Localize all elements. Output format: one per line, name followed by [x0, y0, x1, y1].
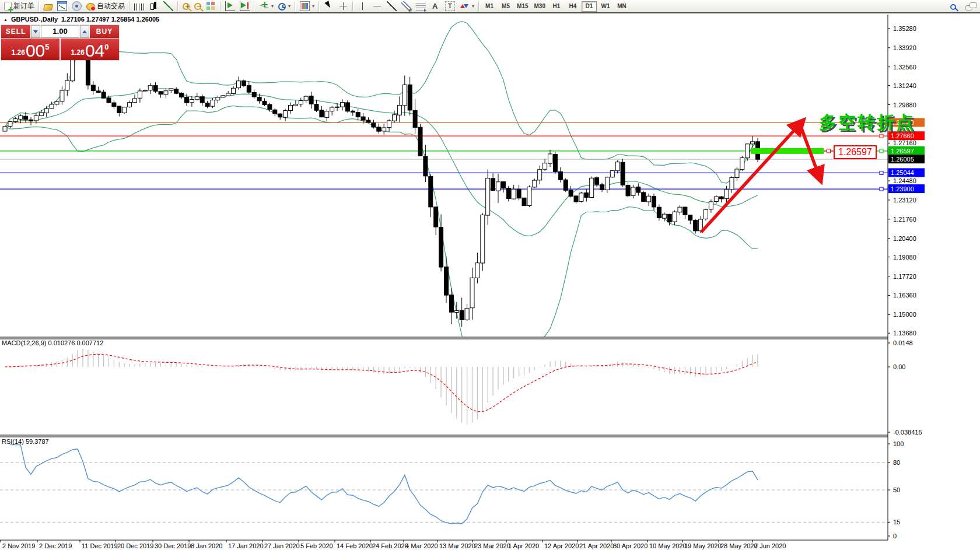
tool-indicators-list[interactable]: ▾	[257, 1, 275, 12]
date-axis-label: 23 Mar 2020	[474, 542, 510, 549]
tool-market-watch[interactable]	[42, 1, 54, 12]
candle	[564, 178, 568, 192]
timeframe-d1-button[interactable]: D1	[582, 1, 597, 12]
date-axis-label: 1 Apr 2020	[508, 542, 539, 549]
tool-periods-list[interactable]: ▾	[276, 1, 292, 12]
level-line-handle[interactable]	[880, 187, 883, 191]
candle	[8, 121, 12, 128]
tool-cursor-tool[interactable]	[322, 1, 335, 12]
one-click-trading-panel: SELL 1.00 BUY 1.26005 1.26040	[1, 25, 119, 60]
level-line-handle[interactable]	[880, 134, 883, 138]
search-button[interactable]	[949, 1, 958, 12]
tool-zoom-out[interactable]	[192, 1, 203, 12]
chart-shift-icon	[240, 1, 250, 11]
cursor-tool-icon	[324, 1, 334, 11]
tool-new-order[interactable]: 新订单	[2, 1, 36, 12]
date-axis-label: 30 Apr 2020	[613, 542, 648, 549]
price-axis-label: 1.32560	[893, 64, 916, 71]
timeframe-h1-button[interactable]: H1	[549, 1, 564, 12]
candle	[96, 87, 100, 93]
candle	[735, 167, 739, 181]
date-axis-label: 4 Mar 2020	[405, 542, 438, 549]
tool-trendline-tool[interactable]	[385, 1, 398, 12]
tool-zoom-in[interactable]	[181, 1, 191, 12]
candle	[133, 94, 137, 103]
rsi-indicator-label: RSI(14) 59.3787	[2, 438, 49, 445]
candle	[211, 98, 215, 108]
sell-price-prefix: 1.26	[12, 48, 25, 57]
tool-signals[interactable]	[70, 1, 83, 12]
turning-point-annotation[interactable]: 多空转折点	[819, 111, 915, 135]
candle	[590, 177, 594, 198]
candle	[216, 96, 220, 103]
date-axis-label: 14 Feb 2020	[337, 542, 373, 549]
tool-text-label-tool[interactable]	[443, 1, 457, 12]
sell-price-display[interactable]: 1.26005	[1, 38, 60, 60]
level-line-handle[interactable]	[880, 149, 883, 153]
tool-fibonacci-tool[interactable]	[414, 1, 428, 12]
candle	[356, 109, 360, 121]
chart-canvas: 1.352801.339201.325601.312401.298801.271…	[0, 0, 980, 550]
candle	[605, 177, 609, 193]
volume-decrease-button[interactable]	[31, 25, 40, 38]
tool-auto-scroll[interactable]	[223, 1, 237, 12]
tool-templates[interactable]: ▾	[298, 1, 316, 12]
candle	[164, 88, 168, 99]
volume-increase-button[interactable]	[80, 25, 89, 38]
candle	[221, 95, 225, 97]
candle	[304, 96, 308, 103]
tool-vertical-line-tool[interactable]	[356, 1, 369, 12]
candle	[501, 181, 505, 192]
main-toolbar: 新订单自动交易▾▾▾▾M1M5M15M30H1H4D1W1MN	[0, 0, 980, 13]
level-line-handle[interactable]	[880, 171, 883, 174]
tool-text-tool[interactable]	[429, 1, 442, 12]
candle	[289, 103, 293, 114]
tool-crosshair-tool[interactable]	[337, 1, 350, 12]
buy-price-big-digits: 04	[85, 43, 104, 58]
price-axis-label: 1.15000	[893, 311, 916, 318]
candle	[351, 110, 355, 116]
tool-new-chart[interactable]	[55, 1, 69, 12]
candle	[579, 192, 583, 202]
date-axis-label: 28 May 2020	[720, 542, 758, 549]
price-axis-label: 1.24480	[893, 177, 916, 184]
tool-candlestick-mode[interactable]	[147, 1, 160, 12]
candle	[553, 152, 557, 174]
price-level-tag[interactable]: 1.26597	[834, 145, 877, 159]
price-axis-label: 1.17720	[893, 273, 916, 280]
price-axis-label: 1.35280	[893, 25, 916, 32]
candle	[714, 195, 718, 204]
buy-price-display[interactable]: 1.26040	[61, 38, 119, 60]
buy-button[interactable]: BUY	[90, 25, 119, 38]
timeframe-w1-button[interactable]: W1	[598, 1, 613, 12]
trend-arrow-up[interactable]	[701, 124, 800, 232]
candle	[138, 88, 142, 103]
sell-button[interactable]: SELL	[1, 25, 30, 38]
date-axis-label: 21 Apr 2020	[579, 542, 614, 549]
tool-arrows-tool[interactable]: ▾	[458, 1, 476, 12]
timeframe-m30-button[interactable]: M30	[532, 1, 548, 12]
tool-bar-chart-mode[interactable]	[132, 1, 146, 12]
timeframe-h4-button[interactable]: H4	[565, 1, 580, 12]
triangle-up-icon	[82, 28, 87, 33]
candle	[382, 124, 386, 135]
volume-input[interactable]: 1.00	[41, 25, 79, 38]
thick-green-level-bar[interactable]	[751, 148, 824, 154]
window-marker-icon: ▲	[4, 17, 8, 22]
timeframe-m5-button[interactable]: M5	[498, 1, 513, 12]
timeframe-m15-button[interactable]: M15	[514, 1, 530, 12]
tool-equidistant-channel-tool[interactable]	[400, 1, 413, 12]
tool-auto-trading[interactable]: 自动交易	[85, 1, 127, 12]
tool-line-chart-mode[interactable]	[162, 1, 175, 12]
candle	[418, 124, 422, 156]
timeframe-mn-button[interactable]: MN	[614, 1, 629, 12]
candle	[688, 215, 692, 224]
tool-chart-shift[interactable]	[238, 1, 251, 12]
candle	[740, 156, 744, 171]
tool-tile-windows[interactable]	[204, 1, 218, 12]
timeframe-m1-button[interactable]: M1	[482, 1, 497, 12]
community-chat-button[interactable]	[964, 1, 974, 12]
rsi-axis-label: 50	[893, 486, 900, 493]
tool-horizontal-line-tool[interactable]	[370, 1, 384, 12]
object-anchor-handle[interactable]	[827, 149, 831, 153]
